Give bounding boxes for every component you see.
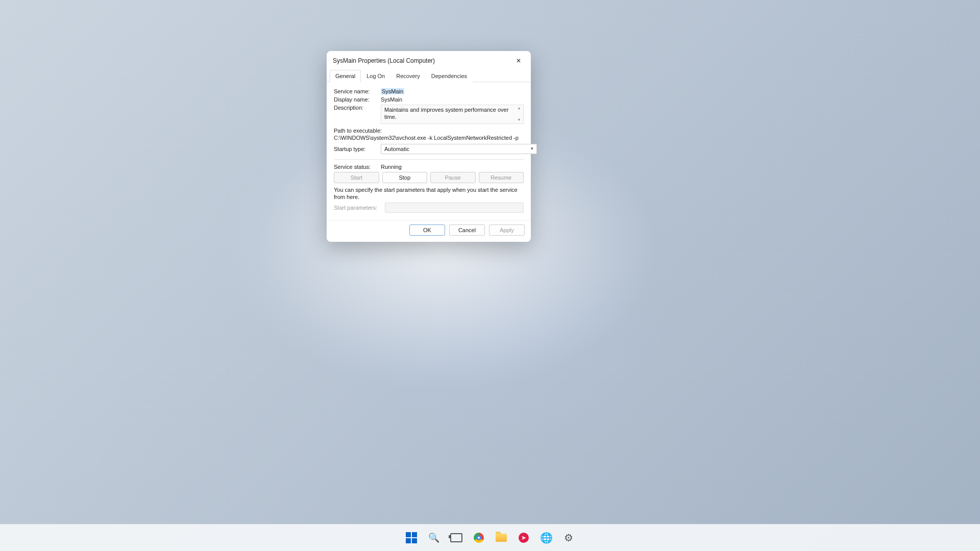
value-startup-type: Automatic xyxy=(384,146,409,152)
tab-strip: General Log On Recovery Dependencies xyxy=(327,69,531,82)
start-params-input xyxy=(385,203,524,213)
task-view-button[interactable] xyxy=(449,530,464,545)
cancel-button[interactable]: Cancel xyxy=(449,224,485,236)
tab-recovery[interactable]: Recovery xyxy=(390,70,425,82)
close-icon: ✕ xyxy=(516,57,521,64)
service-properties-dialog: SysMain Properties (Local Computer) ✕ Ge… xyxy=(327,51,531,242)
value-service-status: Running xyxy=(381,164,524,170)
stop-button[interactable]: Stop xyxy=(382,172,428,183)
file-explorer-button[interactable] xyxy=(494,530,509,545)
start-params-hint: You can specify the start parameters tha… xyxy=(334,186,524,201)
chrome-button[interactable] xyxy=(471,530,486,545)
label-path: Path to executable: xyxy=(334,127,524,134)
scroll-down-icon[interactable]: ▼ xyxy=(516,118,522,122)
dialog-body: Service name: SysMain Display name: SysM… xyxy=(327,82,531,220)
pinned-app-button[interactable]: ➤ xyxy=(516,530,531,545)
value-service-name[interactable]: SysMain xyxy=(381,88,404,94)
label-service-status: Service status: xyxy=(334,164,381,170)
value-path: C:\WINDOWS\system32\svchost.exe -k Local… xyxy=(334,134,524,141)
service-control-buttons: Start Stop Pause Resume xyxy=(334,172,524,183)
tab-log-on[interactable]: Log On xyxy=(361,70,390,82)
start-button: Start xyxy=(334,172,379,183)
pause-button: Pause xyxy=(430,172,476,183)
label-display-name: Display name: xyxy=(334,96,381,103)
dialog-footer: OK Cancel Apply xyxy=(327,220,531,242)
label-startup-type: Startup type: xyxy=(334,146,381,152)
chrome-icon xyxy=(474,533,484,543)
gear-icon: ⚙ xyxy=(564,532,573,544)
folder-icon xyxy=(496,534,507,542)
description-box[interactable]: Maintains and improves system performanc… xyxy=(381,105,524,124)
windows-logo-icon xyxy=(406,532,417,543)
search-button[interactable]: 🔍 xyxy=(426,530,442,545)
titlebar[interactable]: SysMain Properties (Local Computer) ✕ xyxy=(327,51,531,69)
value-description: Maintains and improves system performanc… xyxy=(384,107,508,120)
taskbar[interactable]: 🔍 ➤ 🌐 ⚙ xyxy=(0,524,980,551)
tab-general[interactable]: General xyxy=(330,70,361,82)
settings-button[interactable]: ⚙ xyxy=(561,530,576,545)
tab-dependencies[interactable]: Dependencies xyxy=(426,70,473,82)
description-scrollbar[interactable]: ▲ ▼ xyxy=(516,106,522,122)
close-button[interactable]: ✕ xyxy=(511,55,526,66)
label-service-name: Service name: xyxy=(334,88,381,94)
separator xyxy=(334,159,524,160)
network-button[interactable]: 🌐 xyxy=(538,530,554,545)
label-start-params: Start parameters: xyxy=(334,205,381,211)
globe-icon: 🌐 xyxy=(540,532,553,544)
search-icon: 🔍 xyxy=(428,532,439,543)
scroll-up-icon[interactable]: ▲ xyxy=(516,106,522,111)
apply-button: Apply xyxy=(489,224,525,236)
value-display-name: SysMain xyxy=(381,96,524,103)
ok-button[interactable]: OK xyxy=(409,224,445,236)
start-button[interactable] xyxy=(404,530,419,545)
app-icon: ➤ xyxy=(519,533,529,543)
task-view-icon xyxy=(450,533,462,542)
window-title: SysMain Properties (Local Computer) xyxy=(333,57,435,64)
resume-button: Resume xyxy=(479,172,524,183)
startup-type-select[interactable]: Automatic xyxy=(381,144,537,154)
label-description: Description: xyxy=(334,105,381,111)
